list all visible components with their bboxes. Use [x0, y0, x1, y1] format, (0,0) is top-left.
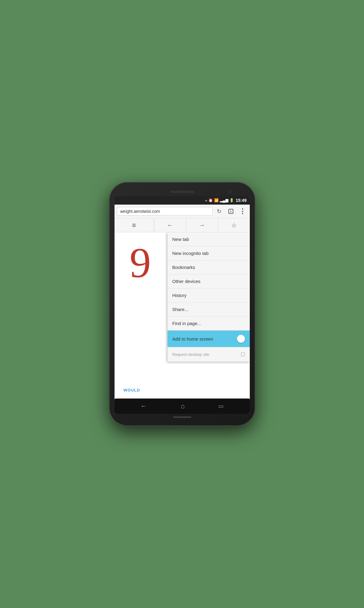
- forward-button[interactable]: →: [186, 218, 218, 232]
- nav-buttons: ← → ☆: [154, 218, 250, 232]
- menu-item-find-in-page[interactable]: Find in page...: [168, 317, 250, 331]
- back-button[interactable]: ←: [154, 218, 186, 232]
- toggle-indicator: [237, 335, 245, 343]
- home-indicator: [173, 417, 191, 418]
- address-text: weight.aerotwist.com: [120, 209, 160, 214]
- back-icon: ←: [167, 222, 173, 229]
- recents-hardware-button[interactable]: ▭: [218, 403, 224, 410]
- back-hardware-icon: ←: [140, 402, 147, 410]
- phone-screen: ⬦ ⏰ 📶 ▂▄▆ 🔋 15:49 weight.aerotwist.com ↻: [115, 196, 250, 414]
- recents-hardware-icon: ▭: [218, 403, 224, 410]
- forward-icon: →: [199, 222, 205, 229]
- phone-device: ⬦ ⏰ 📶 ▂▄▆ 🔋 15:49 weight.aerotwist.com ↻: [109, 182, 255, 426]
- home-hardware-button[interactable]: ⌂: [181, 402, 185, 410]
- more-icon: ⋮: [239, 207, 246, 215]
- bottom-navigation: ← ⌂ ▭: [115, 399, 250, 414]
- menu-item-add-to-home[interactable]: Add to home screen: [168, 331, 250, 347]
- tabs-icon: 1: [228, 209, 233, 214]
- more-menu-button[interactable]: ⋮: [238, 206, 247, 216]
- wifi-icon: 📶: [214, 198, 219, 202]
- bookmark-button[interactable]: ☆: [218, 218, 250, 232]
- browser-content: 9 WOULD New tab New incognito tab Bookma…: [115, 232, 250, 399]
- menu-item-request-desktop[interactable]: Request desktop site ☐: [168, 347, 250, 362]
- phone-bottom-bar: [115, 414, 250, 420]
- phone-top-bar: [115, 188, 250, 196]
- menu-item-bookmarks[interactable]: Bookmarks: [168, 260, 250, 274]
- camera: [228, 190, 231, 193]
- nav-row: ≡ ← → ☆: [115, 218, 250, 232]
- reload-icon: ↻: [217, 208, 221, 215]
- alarm-icon: ⏰: [208, 198, 213, 202]
- checkbox-icon: ☐: [241, 352, 245, 357]
- address-bar[interactable]: weight.aerotwist.com: [117, 207, 213, 216]
- menu-item-incognito[interactable]: New incognito tab: [168, 246, 250, 260]
- reload-button[interactable]: ↻: [214, 206, 224, 216]
- menu-item-new-tab[interactable]: New tab: [168, 232, 250, 246]
- status-time: 15:49: [236, 198, 247, 203]
- would-text: WOULD: [124, 388, 140, 392]
- tabs-button[interactable]: 1: [226, 206, 236, 216]
- menu-item-history[interactable]: History: [168, 288, 250, 302]
- dropdown-menu: New tab New incognito tab Bookmarks Othe…: [168, 232, 250, 362]
- status-bar: ⬦ ⏰ 📶 ▂▄▆ 🔋 15:49: [115, 196, 250, 205]
- home-hardware-icon: ⌂: [181, 402, 185, 410]
- battery-icon: 🔋: [229, 198, 234, 202]
- back-hardware-button[interactable]: ←: [140, 402, 147, 410]
- browser-toolbar: weight.aerotwist.com ↻ 1 ⋮: [115, 205, 250, 218]
- menu-item-share[interactable]: Share...: [168, 302, 250, 317]
- status-icons: ⬦ ⏰ 📶 ▂▄▆ 🔋: [205, 198, 234, 202]
- speaker: [170, 191, 194, 193]
- menu-item-other-devices[interactable]: Other devices: [168, 274, 250, 288]
- hamburger-icon: ≡: [132, 221, 136, 229]
- bluetooth-icon: ⬦: [205, 198, 207, 202]
- bookmark-icon: ☆: [231, 222, 237, 229]
- page-number: 9: [130, 241, 151, 284]
- hamburger-area[interactable]: ≡: [115, 218, 154, 232]
- signal-icon: ▂▄▆: [220, 198, 228, 202]
